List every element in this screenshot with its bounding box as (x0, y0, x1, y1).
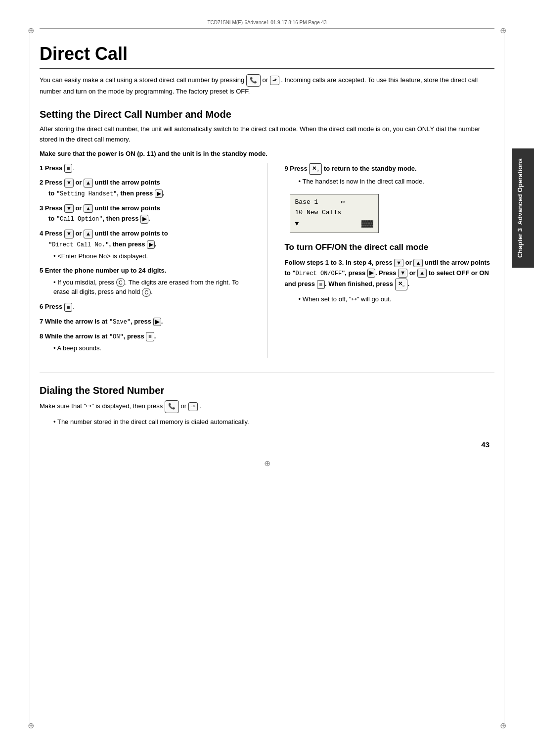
bottom-crosshair: ⊕ (40, 459, 494, 468)
step-8: 8 While the arrow is at "ON", press ≡. A… (40, 331, 250, 353)
chapter-tab: Chapter 3 Advanced Operations (512, 148, 534, 268)
page-number: 43 (40, 440, 494, 449)
step-3-num: 3 (40, 204, 43, 212)
turn-off-section: To turn OFF/ON the direct call mode Foll… (285, 242, 495, 303)
lcd-line2: 10 New Calls (295, 208, 373, 218)
lcd-display: Base 1 ↦ 10 New Calls ▼ ▓▓▓ (290, 194, 379, 233)
step-4-sub: "Direct Call No.", then press ▶. (48, 239, 250, 249)
section3-or: or (181, 402, 188, 410)
step-4-bullet: <Enter Phone No> is displayed. (53, 251, 250, 261)
step-2-text: Press ▼ or ▲ until the arrow points (45, 179, 160, 186)
step-1: 1 Press ≡. (40, 163, 250, 173)
step-6: 6 Press ≡. (40, 302, 250, 312)
section3-desc: Make sure that "↦" is displayed, then pr… (40, 400, 494, 413)
phone-button-intro: 📞 (246, 74, 261, 87)
step-7: 7 While the arrow is at "Save", press ▶. (40, 317, 250, 327)
step-5-text: Enter the phone number up to 24 digits. (45, 267, 167, 274)
section3-period: . (199, 402, 201, 410)
left-column: 1 Press ≡. 2 Press ▼ or ▲ until the arro… (40, 163, 250, 358)
header-text: TCD715NLM(E)-6Advance1 01.9.17 8:16 PM P… (207, 20, 326, 25)
step-4-text: Press ▼ or ▲ until the arrow points to (45, 230, 168, 237)
transfer-button-intro: ⬏ (270, 76, 279, 85)
menu-button-1: ≡ (64, 164, 72, 173)
step-8-bullet: A beep sounds. (53, 343, 250, 353)
section3-text1: Make sure that "↦" is displayed, then pr… (40, 402, 165, 410)
step-8-text: While the arrow is at "ON", press (45, 332, 146, 340)
step-2-num: 2 (40, 179, 43, 186)
step-9-num: 9 (285, 165, 288, 172)
step-7-text: While the arrow is at "Save", press ▶. (45, 318, 163, 325)
step-2-sub: to "Setting Handset", then press ▶. (48, 189, 250, 198)
crosshair-br: ⊕ (500, 721, 506, 730)
step-5-num: 5 (40, 267, 43, 274)
menu-button-6: ≡ (64, 303, 72, 312)
column-divider (267, 163, 267, 358)
step-5: 5 Enter the phone number up to 24 digits… (40, 266, 250, 297)
lcd-battery: ▓▓▓ (361, 219, 373, 230)
section2-bullet: When set to off, "↦" will go out. (299, 295, 495, 303)
page-title: Direct Call (40, 44, 494, 69)
step-1-text: Press (45, 164, 64, 172)
crosshair-tr: ⊕ (500, 26, 506, 35)
step-9: 9 Press ✕○ to return to the standby mode… (285, 163, 495, 237)
section3-heading: Dialing the Stored Number (40, 385, 494, 396)
step-4-num: 4 (40, 230, 43, 237)
bold-note: Make sure that the power is ON (p. 11) a… (40, 150, 494, 157)
section-divider (40, 373, 494, 373)
section2-text: Follow steps 1 to 3. In step 4, press ▼ … (285, 258, 495, 290)
intro-text1: You can easily make a call using a store… (40, 76, 244, 84)
right-margin-line (504, 30, 504, 726)
step-5-bullet: If you misdial, press C. The digits are … (53, 278, 250, 297)
step-1-num: 1 (40, 164, 43, 172)
step-6-text: Press (45, 303, 64, 310)
left-margin-line (30, 30, 30, 726)
step-6-period: . (72, 303, 74, 310)
section2-heading: To turn OFF/ON the direct call mode (285, 242, 495, 253)
chapter-tab-label: Chapter 3 Advanced Operations (516, 158, 524, 258)
step-3-sub: to "Call Option", then press ▶. (48, 214, 250, 224)
crosshair-bl: ⊕ (28, 721, 34, 730)
step-8-num: 8 (40, 332, 43, 340)
step-7-num: 7 (40, 318, 43, 325)
step-3-text: Press ▼ or ▲ until the arrow points (45, 204, 160, 212)
step-2: 2 Press ▼ or ▲ until the arrow points to… (40, 178, 250, 198)
intro-or: or (263, 76, 270, 84)
crosshair-tl: ⊕ (28, 26, 34, 35)
step-4: 4 Press ▼ or ▲ until the arrow points to… (40, 229, 250, 261)
intro-paragraph: You can easily make a call using a store… (40, 74, 494, 97)
transfer-button-section3: ⬏ (188, 402, 198, 411)
phone-button-section3: 📞 (165, 400, 179, 413)
two-column-layout: 1 Press ≡. 2 Press ▼ or ▲ until the arro… (40, 163, 494, 358)
lcd-line1: Base 1 ↦ (295, 197, 373, 208)
step-9-bullet: The handset is now in the direct call mo… (299, 177, 495, 187)
header-line: TCD715NLM(E)-6Advance1 01.9.17 8:16 PM P… (40, 20, 494, 29)
page: ⊕ ⊕ TCD715NLM(E)-6Advance1 01.9.17 8:16 … (0, 0, 534, 756)
section3-bullet: The number stored in the direct call mem… (53, 418, 494, 425)
menu-button-8: ≡ (146, 332, 154, 341)
section1-heading: Setting the Direct Call Number and Mode (40, 109, 494, 120)
section1-desc: After storing the direct call number, th… (40, 124, 494, 145)
step-1-period: . (72, 164, 74, 172)
section3: Dialing the Stored Number Make sure that… (40, 385, 494, 425)
lcd-arrow: ▼ (295, 219, 299, 230)
step-3: 3 Press ▼ or ▲ until the arrow points to… (40, 203, 250, 224)
step-6-num: 6 (40, 303, 43, 310)
step-9-text: Press ✕○ to return to the standby mode. (290, 165, 416, 172)
right-column: 9 Press ✕○ to return to the standby mode… (285, 163, 495, 358)
